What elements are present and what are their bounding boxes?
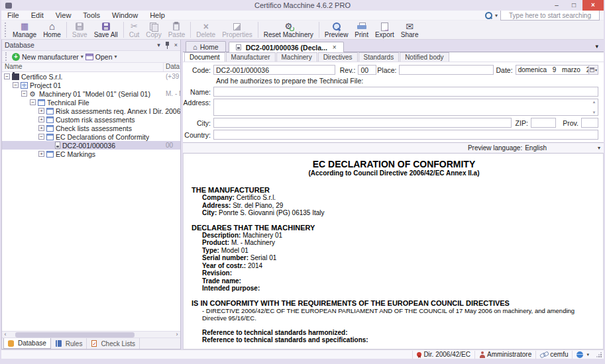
prov-field[interactable] (581, 118, 598, 128)
date-field[interactable]: domenica 9 marzo 2014 (516, 65, 589, 75)
save-button[interactable]: Save (69, 21, 91, 39)
search-dropdown-icon[interactable]: ▾ (495, 13, 498, 19)
save-all-button[interactable]: Save All (91, 21, 121, 39)
open-button[interactable]: Open (95, 53, 113, 61)
code-field[interactable] (213, 65, 335, 75)
country-field[interactable] (213, 130, 598, 140)
preview-field: Year of costr.: 2014 (192, 262, 596, 270)
book-icon (56, 340, 62, 347)
home-button[interactable]: ⌂ Home (40, 21, 64, 39)
maximize-button[interactable]: □ (565, 0, 582, 11)
markings-icon (46, 151, 54, 158)
subtab-document[interactable]: Document (184, 52, 225, 62)
preview-field: Description: Machinery 01 (192, 232, 596, 240)
expander-icon[interactable]: − (13, 82, 19, 88)
language-dropdown-icon[interactable]: ▾ (598, 145, 600, 151)
tree-item-project[interactable]: − Project 01 (2, 81, 180, 89)
scrollbar-thumb[interactable] (15, 332, 135, 338)
menu-help[interactable]: Help (144, 11, 171, 19)
cut-button[interactable]: ✂ Cut (126, 21, 143, 39)
subtab-machinery[interactable]: Machinery (276, 52, 317, 62)
panel-close-icon[interactable]: × (174, 42, 178, 48)
export-button[interactable]: → Export (372, 21, 398, 39)
tree-item-certifico[interactable]: − Certifico S.r.l. (+39 075 5 (2, 72, 180, 81)
new-manufacturer-dropdown-icon[interactable]: ▾ (81, 54, 83, 60)
expander-icon[interactable]: − (30, 99, 36, 105)
minimize-button[interactable]: – (548, 0, 565, 11)
tree-item-technical-file[interactable]: − Technical File (2, 98, 180, 107)
scroll-left-icon[interactable]: ‹ (2, 332, 9, 338)
tab-rules[interactable]: Rules (52, 338, 87, 349)
menu-edit[interactable]: Edit (25, 11, 50, 19)
tab-dc2-document[interactable]: DC2-001/000036 (Decla... × (229, 42, 344, 52)
new-manufacturer-button[interactable]: New manufacturer (22, 53, 79, 61)
place-field[interactable] (399, 65, 494, 75)
preview-language-value[interactable]: English (525, 144, 547, 152)
address-scrollbar[interactable]: ▲▼ (591, 100, 597, 114)
preview-button[interactable]: Preview (321, 21, 352, 39)
tree-item-custom-risk[interactable]: + Custom risk assessments (2, 115, 180, 124)
city-field[interactable] (213, 118, 512, 128)
calendar-button[interactable]: ▾ (589, 65, 598, 75)
app-window: Certifico Macchine 4.6.2 PRO – □ × File … (0, 0, 605, 364)
status-language[interactable]: ▾ (572, 351, 593, 359)
expander-icon[interactable]: − (38, 134, 44, 140)
subtab-standards[interactable]: Standards (358, 52, 400, 62)
tree-item-machinery[interactable]: − ⚙ Machinery 01 "Model 01" (Serial 01) … (2, 89, 180, 98)
expander-icon[interactable]: + (38, 116, 44, 122)
tab-check-lists[interactable]: ✓ Check Lists (87, 338, 140, 349)
expander-icon[interactable]: − (21, 91, 27, 97)
scroll-right-icon[interactable]: › (174, 332, 180, 338)
status-connection[interactable]: cemfu (535, 351, 572, 359)
declaration-doc-icon (55, 142, 60, 149)
copy-button[interactable]: Copy (142, 21, 164, 39)
pin-icon[interactable] (164, 42, 170, 49)
name-field[interactable] (213, 87, 598, 97)
resize-grip[interactable] (596, 351, 602, 358)
rev-field[interactable] (358, 65, 376, 75)
tree-item-ec-declarations[interactable]: − EC Declarations of Conformity (2, 132, 180, 141)
subtab-notified-body[interactable]: Notified body (400, 52, 449, 62)
print-button[interactable]: Print (351, 21, 372, 39)
expander-icon[interactable]: − (4, 73, 10, 79)
search-icon[interactable] (485, 12, 492, 19)
menu-view[interactable]: View (50, 11, 78, 19)
expander-icon[interactable]: + (38, 151, 44, 157)
share-button[interactable]: ✉ Share (398, 21, 422, 39)
toolbar-separator (123, 22, 124, 38)
subtab-manufacturer[interactable]: Manufacturer (226, 52, 276, 62)
menu-window[interactable]: Window (106, 11, 144, 19)
paste-button[interactable]: Paste (165, 21, 189, 39)
tab-home[interactable]: ⌂ Home (186, 41, 226, 52)
expander-icon[interactable]: + (38, 108, 44, 114)
subtab-directives[interactable]: Directives (318, 52, 358, 62)
expander-icon[interactable]: + (38, 125, 44, 131)
data-column-header[interactable]: Data (164, 63, 180, 71)
horizontal-scrollbar[interactable]: ‹ › (2, 331, 180, 338)
status-directive[interactable]: Dir. 2006/42/EC (412, 351, 474, 359)
zip-field[interactable] (531, 118, 556, 128)
scrollbar-track[interactable] (9, 332, 174, 338)
tree-item-ec-markings[interactable]: + EC Markings (2, 150, 180, 158)
scroll-down-icon[interactable]: ▼ (592, 111, 596, 114)
status-user[interactable]: Amministratore (474, 351, 535, 359)
tablist-dropdown-icon[interactable]: ▾ (595, 43, 598, 50)
close-button[interactable]: × (582, 0, 604, 11)
menu-tools[interactable]: Tools (77, 11, 106, 19)
delete-button[interactable]: × Delete (193, 21, 219, 39)
tab-close-icon[interactable]: × (333, 44, 337, 51)
scroll-up-icon[interactable]: ▲ (592, 100, 596, 104)
properties-button[interactable]: Properties (219, 21, 256, 39)
menu-file[interactable]: File (1, 11, 25, 19)
tree-item-check-lists[interactable]: + Check lists assessments (2, 124, 180, 132)
tree-item-dc2-declaration[interactable]: DC2-001/000036 00 (2, 141, 180, 150)
search-input[interactable] (500, 10, 600, 21)
address-field[interactable] (214, 99, 598, 115)
open-dropdown-icon[interactable]: ▾ (115, 54, 117, 60)
name-column-header[interactable]: Name (2, 63, 164, 71)
panel-menu-icon[interactable]: ▾ (157, 42, 160, 48)
reset-machinery-button[interactable]: ⚙ Reset Machinery (260, 21, 317, 39)
tab-database[interactable]: Database (3, 338, 51, 349)
manage-button[interactable]: ▦ Manage (9, 21, 40, 39)
tree-item-risk-assessments[interactable]: + Risk assessments req. Annex I Dir. 200… (2, 107, 180, 115)
